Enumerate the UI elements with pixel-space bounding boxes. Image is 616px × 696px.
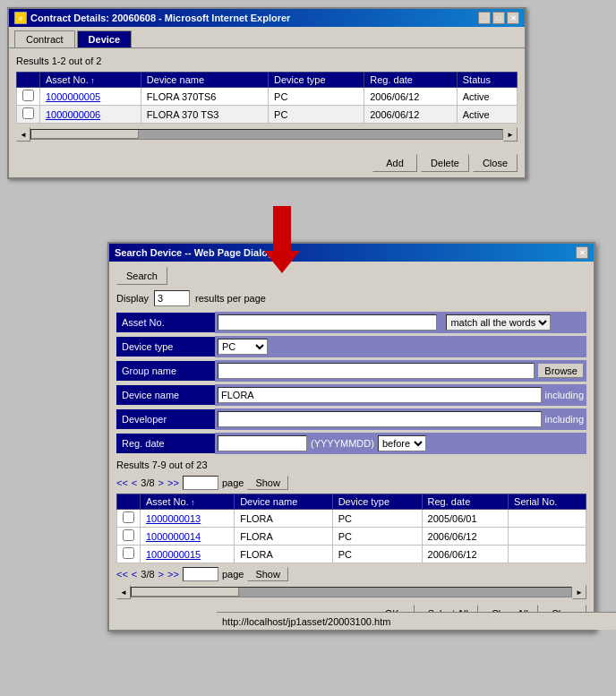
- dialog-table-row: 1000000015 FLORA PC 2006/06/12: [117, 546, 586, 563]
- next-page-link[interactable]: >: [158, 477, 164, 488]
- show-button-top[interactable]: Show: [247, 476, 288, 490]
- group-name-input[interactable]: [218, 363, 535, 379]
- reg-date-cell: 2006/06/12: [364, 88, 458, 106]
- tab-contract[interactable]: Contract: [14, 30, 75, 47]
- device-name-field: including: [215, 384, 586, 406]
- col-reg-date: Reg. date: [364, 73, 458, 88]
- asset-no-input[interactable]: [218, 314, 437, 331]
- asset-no-label: Asset No.: [116, 313, 215, 332]
- status-url: http://localhost/jp1asset/20003100.htm: [217, 616, 616, 627]
- d-serial-no: [509, 528, 586, 546]
- col-device-name: Device name: [141, 73, 268, 88]
- d-scroll-right-button[interactable]: ►: [572, 585, 586, 599]
- main-bottom-buttons: Add Delete Close: [9, 149, 525, 177]
- b-last-page-link[interactable]: >>: [167, 569, 179, 580]
- d-row-checkbox[interactable]: [117, 528, 141, 546]
- page-label-bottom: page: [222, 569, 244, 580]
- title-controls: _ □ ✕: [478, 12, 519, 24]
- col-checkbox: [17, 73, 40, 88]
- main-window-title: Contract Details: 20060608 - Microsoft I…: [30, 13, 290, 23]
- b-next-page-link[interactable]: >: [158, 569, 164, 580]
- asset-link-1[interactable]: 1000000005: [46, 91, 100, 102]
- d-col-reg-date: Reg. date: [422, 494, 509, 510]
- dialog-table-row: 1000000013 FLORA PC 2005/06/01: [117, 510, 586, 528]
- d-reg-date: 2006/06/12: [422, 546, 509, 563]
- form-row-group: Group name Browse: [116, 360, 586, 382]
- tabs-bar: Contract Device: [9, 27, 525, 47]
- main-close-button[interactable]: Close: [473, 154, 518, 172]
- scrollbar-track: [30, 129, 503, 140]
- form-row-device-type: Device type PC Server Laptop: [116, 336, 586, 357]
- first-page-link[interactable]: <<: [116, 477, 128, 488]
- d-row-checkbox[interactable]: [117, 546, 141, 563]
- d-asset-no: 1000000013: [141, 510, 235, 528]
- device-type-label: Device type: [116, 337, 215, 357]
- page-current: 3/8: [141, 477, 154, 488]
- reg-date-field: (YYYYMMDD) before after on: [215, 433, 586, 454]
- add-button[interactable]: Add: [372, 154, 417, 172]
- d-checkbox-1[interactable]: [123, 511, 134, 523]
- dialog-table: Asset No. Device name Device type Reg. d…: [116, 494, 586, 563]
- col-status: Status: [457, 73, 517, 88]
- dialog-title-bar: Search Device -- Web Page Dialog ✕: [109, 244, 594, 262]
- d-device-type: PC: [332, 510, 422, 528]
- status-cell: Active: [457, 106, 517, 124]
- d-scroll-left-button[interactable]: ◄: [116, 585, 131, 599]
- b-prev-page-link[interactable]: <: [132, 569, 137, 580]
- page-input-top[interactable]: [183, 476, 218, 490]
- results-per-page-label: results per page: [195, 293, 266, 304]
- checkbox-1[interactable]: [22, 90, 34, 101]
- page-input-bottom[interactable]: [183, 567, 218, 581]
- arrow-head: [264, 251, 300, 273]
- row-checkbox[interactable]: [17, 88, 40, 106]
- show-button-bottom[interactable]: Show: [247, 567, 288, 581]
- d-checkbox-2[interactable]: [123, 529, 134, 541]
- close-window-button[interactable]: ✕: [507, 12, 519, 24]
- search-button-row: Search: [116, 267, 586, 285]
- display-input[interactable]: [154, 290, 190, 306]
- scroll-left-button[interactable]: ◄: [16, 127, 30, 142]
- scroll-right-button[interactable]: ►: [503, 127, 518, 142]
- d-scrollbar-thumb[interactable]: [132, 588, 239, 597]
- reg-date-cell: 2006/06/12: [364, 106, 458, 124]
- dialog-close-icon[interactable]: ✕: [576, 246, 588, 259]
- d-checkbox-3[interactable]: [123, 547, 134, 559]
- last-page-link[interactable]: >>: [167, 477, 179, 488]
- device-type-cell: PC: [269, 88, 364, 106]
- d-serial-no: [509, 546, 586, 563]
- checkbox-2[interactable]: [22, 107, 34, 119]
- tab-device[interactable]: Device: [77, 30, 132, 47]
- device-type-select[interactable]: PC Server Laptop: [218, 339, 268, 355]
- d-device-name: FLORA: [235, 546, 332, 563]
- browse-button[interactable]: Browse: [538, 364, 584, 378]
- dialog-results-header: Results 7-9 out of 23: [116, 460, 586, 470]
- d-device-name: FLORA: [235, 510, 332, 528]
- device-name-cell: FLORA 370TS6: [141, 88, 268, 106]
- d-asset-link-2[interactable]: 1000000014: [146, 531, 201, 542]
- reg-date-input[interactable]: [218, 435, 307, 451]
- b-first-page-link[interactable]: <<: [116, 569, 128, 580]
- device-name-input[interactable]: [218, 387, 542, 403]
- dialog-title: Search Device -- Web Page Dialog: [115, 247, 274, 258]
- d-device-type: PC: [332, 528, 422, 546]
- asset-link-2[interactable]: 1000000006: [46, 109, 100, 120]
- d-asset-link-3[interactable]: 1000000015: [146, 549, 201, 560]
- d-asset-link-1[interactable]: 1000000013: [146, 513, 201, 524]
- dialog-content: Search Display results per page Asset No…: [109, 262, 594, 630]
- developer-input[interactable]: [218, 411, 542, 427]
- prev-page-link[interactable]: <: [132, 477, 137, 488]
- asset-match-select[interactable]: match all the words match any word exact…: [446, 314, 551, 331]
- display-label: Display: [116, 293, 149, 304]
- delete-button[interactable]: Delete: [421, 154, 469, 172]
- col-device-type: Device type: [269, 73, 364, 88]
- d-reg-date: 2006/06/12: [422, 528, 509, 546]
- dialog-table-row: 1000000014 FLORA PC 2006/06/12: [117, 528, 586, 546]
- scrollbar-thumb[interactable]: [31, 130, 139, 139]
- before-select[interactable]: before after on: [378, 435, 426, 451]
- d-row-checkbox[interactable]: [117, 510, 141, 528]
- search-button[interactable]: Search: [116, 267, 167, 285]
- maximize-button[interactable]: □: [492, 12, 505, 24]
- row-checkbox[interactable]: [17, 106, 40, 124]
- display-row: Display results per page: [116, 290, 586, 306]
- minimize-button[interactable]: _: [478, 12, 491, 24]
